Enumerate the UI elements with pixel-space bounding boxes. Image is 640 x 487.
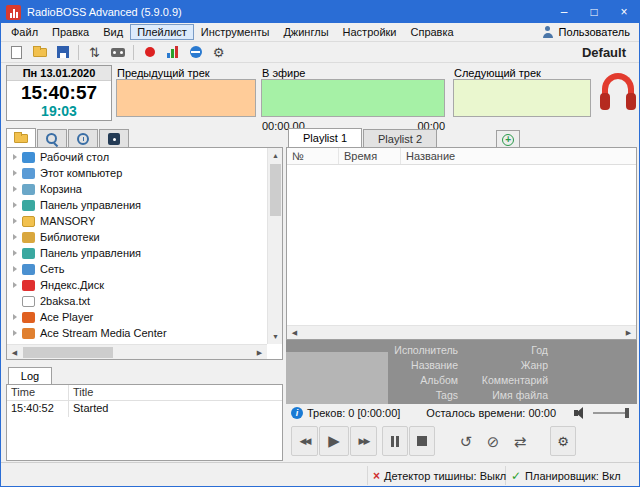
- expander-icon[interactable]: [13, 266, 17, 272]
- tree-item-control-panel[interactable]: Панель управления: [7, 197, 267, 213]
- tree-item-desktop[interactable]: Рабочий стол: [7, 149, 267, 165]
- menu-settings[interactable]: Настройки: [336, 24, 404, 40]
- silence-detector-status[interactable]: × Детектор тишины: Выкл: [373, 463, 506, 487]
- speaker-icon: [574, 407, 587, 419]
- volume-handle[interactable]: [625, 408, 629, 418]
- scheduler-status[interactable]: ✓ Планировщик: Вкл: [511, 463, 621, 487]
- tree-item-label: Этот компьютер: [40, 167, 122, 179]
- scrollbar-thumb[interactable]: [23, 347, 113, 358]
- scroll-down-icon[interactable]: ▼: [268, 329, 283, 344]
- menu-help[interactable]: Справка: [403, 24, 460, 40]
- tab-playlist-2[interactable]: Playlist 2: [363, 129, 437, 148]
- log-row[interactable]: 15:40:52 Started: [7, 401, 282, 417]
- sort-tracks-button[interactable]: ⇅: [84, 43, 105, 62]
- play-button[interactable]: ▶: [319, 426, 349, 456]
- record-icon: [145, 47, 155, 57]
- folder-tree: Рабочий стол Этот компьютер Корзина Пане…: [7, 149, 267, 344]
- menu-file[interactable]: Файл: [4, 24, 45, 40]
- window-controls: – □ ×: [549, 1, 639, 23]
- expander-icon[interactable]: [13, 330, 17, 336]
- tree-item-recycle-bin[interactable]: Корзина: [7, 181, 267, 197]
- playlist-horizontal-scrollbar[interactable]: ◀ ▶: [287, 325, 636, 339]
- playback-options-button[interactable]: ⚙: [550, 426, 576, 456]
- tree-vertical-scrollbar[interactable]: ▲ ▼: [267, 148, 282, 344]
- playlist-status-row: i Треков: 0 [0:00:00] Осталось времени: …: [286, 404, 637, 422]
- record-button[interactable]: [139, 43, 160, 62]
- cassette-icon: [111, 48, 125, 57]
- add-playlist-tab-button[interactable]: +: [496, 130, 520, 148]
- cross-icon: ×: [373, 469, 380, 483]
- expander-icon[interactable]: [13, 314, 17, 320]
- next-track-button[interactable]: ▶▶: [350, 426, 377, 456]
- statistics-button[interactable]: [162, 43, 183, 62]
- browser-tab-history[interactable]: [68, 129, 98, 148]
- save-playlist-button[interactable]: [52, 43, 73, 62]
- open-playlist-button[interactable]: [29, 43, 50, 62]
- menu-jingles[interactable]: Джинглы: [276, 24, 335, 40]
- scrollbar-thumb[interactable]: [270, 164, 281, 216]
- tree-horizontal-scrollbar[interactable]: ◀ ▶: [7, 344, 267, 359]
- tree-item-control-panel-2[interactable]: Панель управления: [7, 245, 267, 261]
- scroll-right-icon[interactable]: ▶: [621, 326, 636, 339]
- tree-item-computer[interactable]: Этот компьютер: [7, 165, 267, 181]
- log-column-title[interactable]: Title: [69, 385, 97, 400]
- new-playlist-button[interactable]: [6, 43, 27, 62]
- menu-edit[interactable]: Правка: [45, 24, 96, 40]
- tree-item-2baksa-txt[interactable]: 2baksa.txt: [7, 293, 267, 309]
- tab-playlist-1[interactable]: Playlist 1: [288, 128, 362, 148]
- browser-tab-search[interactable]: [37, 129, 67, 148]
- folder-icon: [33, 48, 47, 57]
- maximize-button[interactable]: □: [579, 1, 609, 23]
- browser-tab-library[interactable]: [99, 129, 129, 148]
- user-menu[interactable]: Пользователь: [542, 26, 639, 38]
- scroll-up-icon[interactable]: ▲: [268, 148, 283, 163]
- stop-button[interactable]: [409, 426, 435, 456]
- previous-track-button[interactable]: ◀◀: [291, 426, 318, 456]
- expander-icon[interactable]: [13, 202, 17, 208]
- log-column-time[interactable]: Time: [7, 385, 69, 400]
- tree-item-libraries[interactable]: Библиотеки: [7, 229, 267, 245]
- repeat-button[interactable]: ↺: [454, 430, 478, 454]
- column-start-time[interactable]: Время ст...: [339, 148, 401, 164]
- statusbar: × Детектор тишины: Выкл ✓ Планировщик: В…: [1, 462, 639, 487]
- pause-icon: [391, 436, 399, 447]
- log-tab[interactable]: Log: [8, 367, 52, 385]
- expander-icon[interactable]: [13, 234, 17, 240]
- folder-icon: [14, 134, 28, 143]
- no-repeat-button[interactable]: ⊘: [481, 430, 505, 454]
- settings-button[interactable]: ⚙: [208, 43, 229, 62]
- playlist-body[interactable]: [287, 165, 636, 325]
- tree-item-ace-player[interactable]: Ace Player: [7, 309, 267, 325]
- menu-playlist[interactable]: Плейлист: [130, 24, 194, 40]
- expander-icon[interactable]: [13, 250, 17, 256]
- tree-item-yandex-disk[interactable]: Яндекс.Диск: [7, 277, 267, 293]
- shuffle-button[interactable]: ⇄: [508, 430, 532, 454]
- cart-wall-button[interactable]: [107, 43, 128, 62]
- internet-button[interactable]: [185, 43, 206, 62]
- scroll-right-icon[interactable]: ▶: [252, 345, 267, 360]
- menu-tools[interactable]: Инструменты: [194, 24, 277, 40]
- tree-item-network[interactable]: Сеть: [7, 261, 267, 277]
- menu-view[interactable]: Вид: [96, 24, 130, 40]
- close-button[interactable]: ×: [609, 1, 639, 23]
- scroll-left-icon[interactable]: ◀: [7, 345, 22, 360]
- volume-track[interactable]: [593, 412, 629, 414]
- expander-icon[interactable]: [13, 282, 17, 288]
- toolbar-separator: [78, 45, 79, 60]
- current-date: Пн 13.01.2020: [7, 66, 111, 81]
- expander-icon[interactable]: [13, 154, 17, 160]
- comment-label: Комментарий: [468, 374, 548, 386]
- album-label: Альбом: [378, 374, 458, 386]
- tree-item-mansory[interactable]: MANSORY: [7, 213, 267, 229]
- browser-tab-folders[interactable]: [6, 128, 36, 148]
- tree-item-ace-stream[interactable]: Ace Stream Media Center: [7, 325, 267, 341]
- column-title[interactable]: Название: [401, 148, 636, 164]
- scroll-left-icon[interactable]: ◀: [287, 326, 302, 339]
- expander-icon[interactable]: [13, 186, 17, 192]
- volume-slider[interactable]: [593, 407, 629, 419]
- expander-icon[interactable]: [13, 170, 17, 176]
- expander-icon[interactable]: [13, 218, 17, 224]
- pause-button[interactable]: [382, 426, 408, 456]
- minimize-button[interactable]: –: [549, 1, 579, 23]
- column-number[interactable]: №: [287, 148, 339, 164]
